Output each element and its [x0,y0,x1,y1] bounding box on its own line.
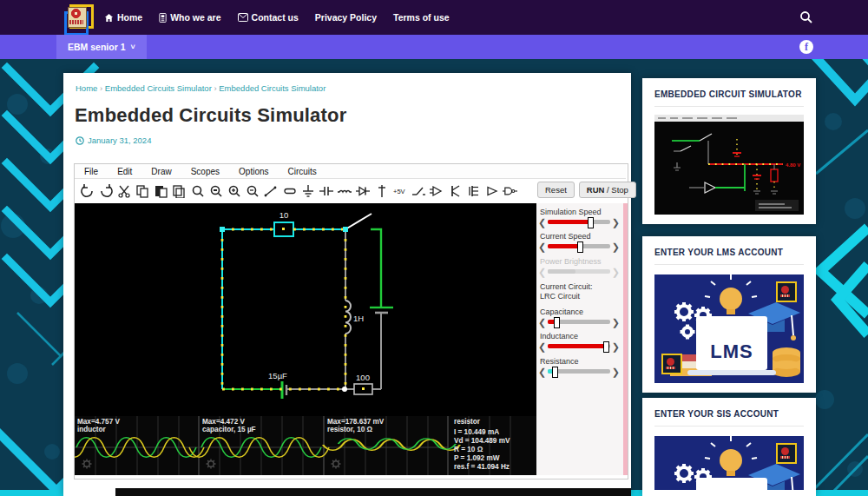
slider-left-arrow[interactable]: ❮ [538,218,546,227]
slider-left-arrow[interactable]: ❮ [538,367,546,376]
current-circuit-value: LRC Circuit [540,292,580,301]
facebook-icon[interactable]: f [799,40,813,54]
buffer-tool-icon[interactable] [484,184,499,199]
probe-tool-icon[interactable] [374,184,389,199]
nav-item-who-we-are[interactable]: Who we are [159,12,220,23]
voltage-5v-tool-icon[interactable]: +5V [392,184,407,199]
slider-thumb[interactable] [588,217,594,228]
reset-button[interactable]: Reset [537,182,575,198]
slider-right-arrow[interactable]: ❯ [612,342,620,351]
nav-item-privacy-policy[interactable]: Privacy Policy [315,12,377,23]
simulator-scrollbar[interactable] [623,203,628,475]
site-logo[interactable] [62,3,92,32]
menu-file[interactable]: File [75,167,108,176]
post-date-row: January 31, 2024 [76,136,151,145]
slider-label: Capacitance [540,308,583,316]
lms-caption: LMS [696,341,767,363]
copy-icon[interactable] [135,184,150,199]
simulation-speed-slider[interactable]: ❮ ❯ [538,216,620,228]
simulator-thumbnail[interactable]: 4.80 V [654,115,804,215]
oscilloscope-strip[interactable]: Max=4.757 V inductor Max=4.472 V capacit… [75,416,536,475]
nav-item-terms-of-use[interactable]: Terms of use [393,12,450,23]
menu-edit[interactable]: Edit [108,167,141,176]
wire-tool-icon[interactable] [264,184,279,199]
undo-icon[interactable] [80,184,95,199]
inductance-slider[interactable]: ❮ ❯ [538,341,620,352]
resistance-slider[interactable]: ❮ ❯ [538,366,620,377]
search-icon[interactable] [799,10,814,25]
envelope-icon [238,13,248,22]
nav-item-home[interactable]: Home [104,12,142,23]
inductor-tool-icon[interactable] [338,184,352,199]
gate-tool-icon[interactable] [503,184,517,199]
slider-left-arrow[interactable]: ❮ [538,242,546,251]
slider-right-arrow[interactable]: ❯ [612,218,620,227]
lightbulb-icon [705,436,757,476]
redo-icon[interactable] [98,184,113,199]
transistor-tool-icon[interactable] [448,184,463,199]
menu-circuits[interactable]: Circuits [279,167,326,176]
find-icon[interactable] [190,184,205,199]
readout-vd: Vd = 104.489 mV [454,437,510,445]
opamp-tool-icon[interactable] [430,184,444,199]
slider-track[interactable] [548,244,610,248]
power-brightness-slider: ❮ ❯ [538,266,620,277]
slider-track[interactable] [548,344,610,348]
zoom-in-icon[interactable] [227,184,242,199]
scope1-label: inductor [77,426,107,433]
course-dropdown[interactable]: EBM senior 1 ˅ [56,35,147,59]
switch-open[interactable] [345,214,372,229]
run-label: RUN [587,185,605,195]
sis-illustration[interactable]: SIS [654,436,804,490]
menu-draw[interactable]: Draw [141,167,181,176]
slider-thumb[interactable] [603,341,609,353]
slider-thumb[interactable] [554,317,560,328]
menu-options[interactable]: Options [229,167,278,176]
circuit-canvas[interactable]: 10 1H 15µF 100 [75,203,536,475]
run-stop-button[interactable]: RUN / Stop [579,182,636,198]
logo-bands [69,20,83,24]
breadcrumb-level2[interactable]: Embedded Circuits Simulator [219,83,326,93]
circuit-simulator-frame: File Edit Draw Scopes Options Circuits [74,163,628,479]
current-circuit-label: Current Circuit: [540,282,593,291]
voltage-source[interactable] [370,229,393,308]
ground-tool-icon[interactable] [300,184,315,199]
nav-label: Contact us [252,12,299,23]
current-speed-slider[interactable]: ❮ ❯ [538,241,620,252]
slider-left-arrow[interactable]: ❮ [538,342,546,351]
breadcrumb-home[interactable]: Home [76,83,97,93]
home-icon [104,13,114,23]
menu-scopes[interactable]: Scopes [181,167,229,176]
slider-thumb[interactable] [577,241,583,253]
resistor-tool-icon[interactable] [282,184,297,199]
slider-right-arrow[interactable]: ❯ [612,242,620,251]
lms-illustration[interactable]: LMS [654,274,804,383]
nav-label: Home [117,12,142,23]
duplicate-icon[interactable] [172,184,187,199]
breadcrumb-separator: › [214,83,216,93]
switch-tool-icon[interactable] [411,184,425,199]
paste-icon[interactable] [154,184,168,199]
mosfet-tool-icon[interactable] [466,184,481,199]
capacitor-tool-icon[interactable] [319,184,333,199]
slider-right-arrow[interactable]: ❯ [612,318,620,327]
breadcrumb-separator: › [100,83,102,93]
capacitance-slider[interactable]: ❮ ❯ [538,316,620,327]
cut-icon[interactable] [116,184,131,199]
slider-thumb[interactable] [552,367,558,378]
slider-left-arrow[interactable]: ❮ [538,318,546,327]
nav-item-contact-us[interactable]: Contact us [238,12,299,23]
slider-right-arrow[interactable]: ❯ [612,367,620,376]
breadcrumb-level1[interactable]: Embedded Circuits Simulator [105,83,212,93]
zoom-out-icon[interactable] [246,184,260,199]
diode-tool-icon[interactable] [356,184,371,199]
readout-current: I = 10.449 mA [454,428,499,436]
slider-track[interactable] [548,369,610,374]
simulator-run-controls: Reset RUN / Stop [537,182,636,198]
zoom-100-icon[interactable] [208,184,223,199]
database-icon [773,347,800,377]
slider-label: Current Speed [540,232,591,241]
slider-track[interactable] [548,320,610,324]
slider-track [548,269,610,274]
slider-track[interactable] [548,220,610,224]
